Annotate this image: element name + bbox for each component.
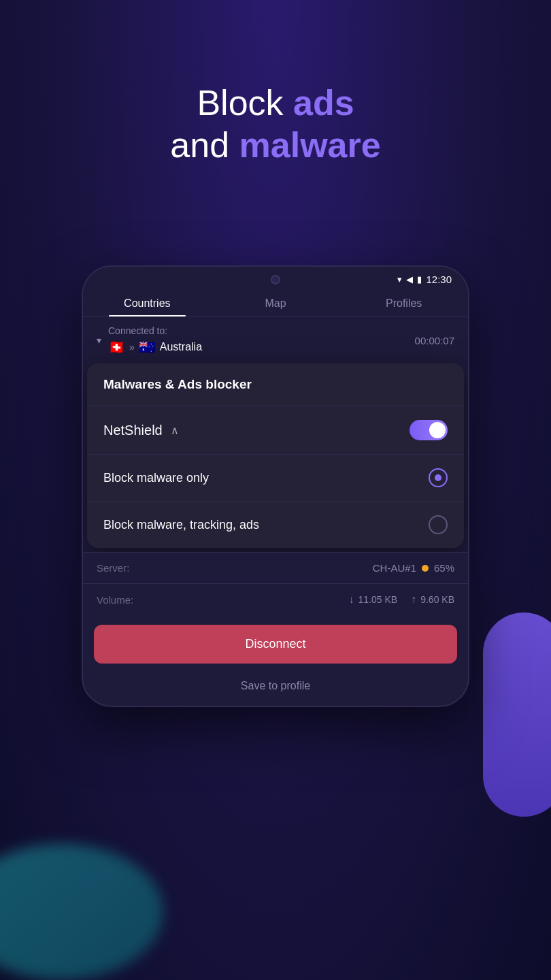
malware-card: Malwares & Ads blocker NetShield ∧ Block… bbox=[87, 363, 464, 548]
server-id: CH-AU#1 bbox=[373, 562, 416, 574]
save-to-profile-button[interactable]: Save to profile bbox=[83, 673, 468, 706]
camera-cutout bbox=[271, 275, 280, 284]
status-icons: ▾ ◀ ▮ 12:30 bbox=[397, 274, 452, 285]
tab-profiles[interactable]: Profiles bbox=[339, 288, 468, 316]
connection-timer: 00:00:07 bbox=[415, 335, 454, 346]
malware-card-header: Malwares & Ads blocker bbox=[87, 363, 464, 406]
toggle-knob bbox=[429, 422, 446, 438]
volume-info-row: Volume: ↓ 11.05 KB ↑ 9.60 KB bbox=[83, 583, 468, 615]
radio-row-malware-only[interactable]: Block malware only bbox=[87, 455, 464, 502]
upload-arrow-icon: ↑ bbox=[411, 593, 416, 606]
signal-icon: ◀ bbox=[406, 274, 413, 284]
connection-details: Connected to: 🇨🇭 » 🇦🇺 Australia bbox=[108, 325, 202, 355]
tab-map[interactable]: Map bbox=[212, 288, 340, 316]
status-bar: ▾ ◀ ▮ 12:30 bbox=[83, 267, 468, 288]
flags-row: 🇨🇭 » 🇦🇺 Australia bbox=[108, 339, 202, 355]
disconnect-label: Disconnect bbox=[245, 637, 305, 651]
headline-ads-text: ads bbox=[293, 83, 354, 122]
server-load-dot bbox=[422, 565, 429, 572]
malware-title: Malwares & Ads blocker bbox=[103, 377, 252, 391]
netshield-toggle[interactable] bbox=[410, 420, 448, 440]
connection-info: ▾ Connected to: 🇨🇭 » 🇦🇺 Australia 00:00:… bbox=[83, 317, 468, 363]
arrow-right-icon: » bbox=[129, 342, 135, 353]
server-value: CH-AU#1 65% bbox=[373, 562, 454, 574]
save-profile-label: Save to profile bbox=[241, 680, 310, 691]
radio-button-malware-tracking-ads[interactable] bbox=[429, 515, 448, 534]
upload-value: 9.60 KB bbox=[420, 594, 454, 605]
server-info-row: Server: CH-AU#1 65% bbox=[83, 552, 468, 583]
radio-label-malware-tracking-ads: Block malware, tracking, ads bbox=[103, 518, 259, 532]
phone-mockup: ▾ ◀ ▮ 12:30 Countries Map Profiles ▾ bbox=[82, 265, 469, 707]
connected-label: Connected to: bbox=[108, 325, 202, 336]
chevron-up-icon: ∧ bbox=[171, 424, 179, 437]
headline-line2: and malware bbox=[0, 124, 551, 166]
download-value: 11.05 KB bbox=[358, 594, 398, 605]
battery-icon: ▮ bbox=[417, 274, 422, 284]
tab-countries[interactable]: Countries bbox=[83, 288, 212, 316]
netshield-label: NetShield bbox=[103, 423, 163, 438]
country-name: Australia bbox=[160, 341, 202, 353]
to-flag: 🇦🇺 bbox=[139, 339, 156, 355]
chevron-down-icon: ▾ bbox=[97, 335, 101, 346]
tab-bar: Countries Map Profiles bbox=[83, 288, 468, 317]
radio-button-malware-only[interactable] bbox=[429, 468, 448, 487]
server-label: Server: bbox=[97, 562, 129, 574]
download-arrow-icon: ↓ bbox=[349, 593, 354, 606]
phone-frame: ▾ ◀ ▮ 12:30 Countries Map Profiles ▾ bbox=[82, 265, 469, 707]
netshield-left: NetShield ∧ bbox=[103, 423, 179, 438]
headline-section: Block ads and malware bbox=[0, 82, 551, 167]
wifi-icon: ▾ bbox=[397, 274, 402, 284]
from-flag: 🇨🇭 bbox=[108, 339, 125, 355]
headline-line1: Block ads bbox=[0, 82, 551, 124]
netshield-row: NetShield ∧ bbox=[87, 406, 464, 455]
headline-malware-text: malware bbox=[239, 125, 381, 165]
radio-label-malware-only: Block malware only bbox=[103, 471, 209, 485]
download-volume: ↓ 11.05 KB bbox=[349, 593, 398, 606]
headline-and-text: and bbox=[170, 125, 239, 165]
upload-volume: ↑ 9.60 KB bbox=[411, 593, 454, 606]
server-load: 65% bbox=[434, 562, 454, 574]
decorative-purple-blob bbox=[483, 612, 551, 817]
volume-values: ↓ 11.05 KB ↑ 9.60 KB bbox=[349, 593, 454, 606]
volume-label: Volume: bbox=[97, 594, 133, 606]
connection-left: ▾ Connected to: 🇨🇭 » 🇦🇺 Australia bbox=[97, 325, 202, 355]
headline-block-text: Block bbox=[197, 83, 293, 122]
radio-inner-selected bbox=[433, 472, 444, 483]
radio-row-malware-tracking-ads[interactable]: Block malware, tracking, ads bbox=[87, 502, 464, 548]
disconnect-button[interactable]: Disconnect bbox=[94, 625, 457, 664]
status-time: 12:30 bbox=[426, 274, 452, 285]
